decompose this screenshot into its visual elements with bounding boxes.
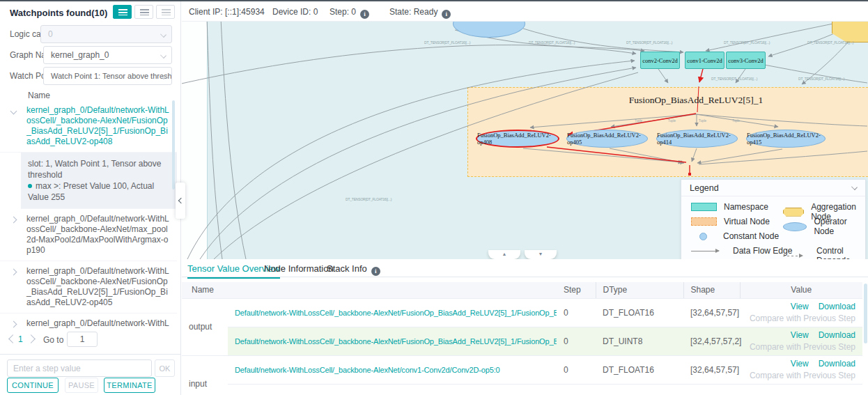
view-toggle-list-button[interactable] [113,5,132,19]
status-topbar: Client IP: [::1]:45934 Device ID: 0 Step… [182,1,868,22]
legend-item-constant: Constant Node [691,231,779,241]
edge-label: DT_TENSOR[DT_FLOAT16](...) [529,40,575,45]
view-toggle-tree-button[interactable] [134,5,153,19]
watchpoint-node-label: kernel_graph_0/Default/network-WithLossC… [26,266,169,307]
value-cell: ViewDownload Compare with Previous Step [740,327,862,355]
namespace-swatch-icon [691,203,717,211]
column-value: Value [740,282,862,298]
compare-previous-step[interactable]: Compare with Previous Step [747,371,855,380]
page-prev-icon[interactable] [8,334,17,343]
chevron-down-icon[interactable] [10,108,17,115]
namespace-title[interactable]: FusionOp_BiasAdd_ReLUV2[5]_1 [619,95,773,106]
aggregation-swatch-icon [783,208,804,217]
graph-node-conv3[interactable]: conv3-Conv2d [726,52,766,69]
compare-previous-step[interactable]: Compare with Previous Step [747,342,855,352]
node-label: FusionOp_BiasAdd_ReLUV2-op414 [657,132,737,146]
edge-label: DT_TENSOR[DT_FLOAT16](...) [626,40,672,45]
watchpoints-title: Watchpoints found(10) [10,8,107,18]
graph-node-op414[interactable]: FusionOp_BiasAdd_ReLUV2-op414 [656,130,738,148]
graph-node-op408-highlighted[interactable]: FusionOp_BiasAdd_ReLUV2-op408 [476,130,559,148]
list-item[interactable]: kernel_graph_0/Default/network-WithLossC… [0,209,177,261]
graph-node-op405[interactable]: FusionOp_BiasAdd_ReLUV2-op405 [566,130,648,148]
ok-button[interactable]: OK [155,359,175,377]
logic-card-select[interactable]: 0 [40,25,172,43]
edge-tuple-label: Tuple [732,119,740,123]
tensor-name-link[interactable]: Default/network-WithLossCell/_backbone-A… [235,309,557,317]
logic-card-row: Logic card 0 [0,25,180,43]
watchpoint-node-label: kernel_graph_0/Default/network-WithLossC… [26,105,169,146]
continue-button[interactable]: CONTINUE [7,378,59,393]
watchpoint-node-label: kernel_graph_0/Default/network-WithLossC… [26,318,169,330]
node-label: FusionOp_BiasAdd_ReLUV2-op415 [747,132,825,146]
list-bars-icon [140,9,149,15]
device-id: Device ID: 0 [272,7,318,17]
tensor-name-link[interactable]: Default/network-WithLossCell/_backbone-A… [235,366,500,374]
computation-graph-canvas[interactable]: conv2-Conv2d conv1-Conv2d conv3-Conv2d F… [182,22,868,259]
view-link[interactable]: View [791,302,809,311]
node-label: FusionOp_BiasAdd_ReLUV2-op408 [477,132,558,146]
goto-page-input[interactable] [67,332,98,347]
info-icon[interactable] [442,10,451,19]
download-link[interactable]: Download [819,302,855,311]
sidebar-scrollbar[interactable] [172,100,175,189]
bullet-dot-icon [28,184,32,188]
chevron-down-icon[interactable] [851,184,858,190]
hit-detail-line2: max >: Preset Value 100, Actual Value 25… [28,180,170,203]
view-toggle-table-button[interactable] [156,5,175,19]
dtype-cell: DT_FLOAT16 [596,298,683,327]
chevron-right-icon[interactable] [10,269,17,276]
download-link[interactable]: Download [819,359,855,369]
sidebar-collapse-handle[interactable] [176,183,185,219]
graph-node-op415[interactable]: FusionOp_BiasAdd_ReLUV2-op415 [746,130,826,148]
list-item[interactable]: kernel_graph_0/Default/network-WithLossC… [0,100,177,153]
view-link[interactable]: View [791,359,809,369]
graph-name-select[interactable]: kernel_graph_0 [43,46,172,64]
watch-point-select[interactable]: Watch Point 1: Tensor above threshold [43,67,172,85]
info-icon[interactable] [371,267,380,276]
page-next-icon[interactable] [26,334,36,343]
terminate-button[interactable]: TERMINATE [104,378,155,393]
list-bars-icon [118,9,127,15]
data-flow-edge-icon [691,251,719,251]
table-scrollbar[interactable] [864,284,867,343]
edge-label: DT_TENSOR[DT_FLOAT16](...) [807,40,853,45]
step-value-input[interactable] [7,359,152,377]
column-name: Name [182,282,557,298]
compare-previous-step[interactable]: Compare with Previous Step [747,313,855,323]
pagination: 1 Go to [0,334,180,353]
edge-tuple-label: Tuple [699,119,706,123]
shape-cell: [32,64,57,57] [683,298,740,327]
table-row: output Default/network-WithLossCell/_bac… [182,298,862,327]
list-item[interactable]: kernel_graph_0/Default/network-WithLossC… [0,313,177,330]
tab-stack-info[interactable]: Stack Info [327,263,380,276]
chevron-right-icon[interactable] [10,321,17,328]
view-link[interactable]: View [791,330,809,340]
chevron-right-icon[interactable] [10,217,17,224]
red-endpoint-dot [688,173,691,176]
info-icon[interactable] [360,10,369,19]
edge-label: DT_TENSOR[DT_FLOAT16](...) [424,40,470,45]
watch-point-value: Watch Point 1: Tensor above threshold [51,72,172,80]
tensor-name-link[interactable]: Default/network-WithLossCell/_backbone-A… [235,337,557,346]
pause-button[interactable]: PAUSE [65,378,98,393]
download-link[interactable]: Download [819,330,855,340]
edge-tuple-label: Tuple [635,119,642,123]
watch-point-row: Watch Point Watch Point 1: Tensor above … [0,67,180,85]
table-row-highlighted: Default/network-WithLossCell/_backbone-A… [182,327,862,355]
watchpoint-node-label: kernel_graph_0/Default/network-WithLossC… [26,214,169,255]
list-item[interactable]: kernel_graph_0/Default/network-WithLossC… [0,261,177,313]
tensor-table: Name Step DType Shape Value output Defau… [182,282,862,395]
node-label: conv2-Conv2d [642,57,678,64]
legend-item-control: Control Depende... [783,246,866,259]
shape-cell: [32,64,57,57] [683,355,740,384]
step-cell: 0 [557,327,596,355]
step-input-row: OK [0,354,180,379]
hit-detail-line1: slot: 1, Watch Point 1, Tensor above thr… [28,158,170,180]
tab-node-information[interactable]: Node Information [264,263,334,274]
panel-collapse-down-button[interactable] [525,250,557,259]
graph-node-conv2[interactable]: conv2-Conv2d [640,52,680,69]
graph-node-conv1[interactable]: conv1-Conv2d [685,52,724,69]
panel-collapse-up-button[interactable] [488,250,520,259]
client-ip: Client IP: [::1]:45934 [189,7,265,17]
page-number[interactable]: 1 [18,334,23,344]
